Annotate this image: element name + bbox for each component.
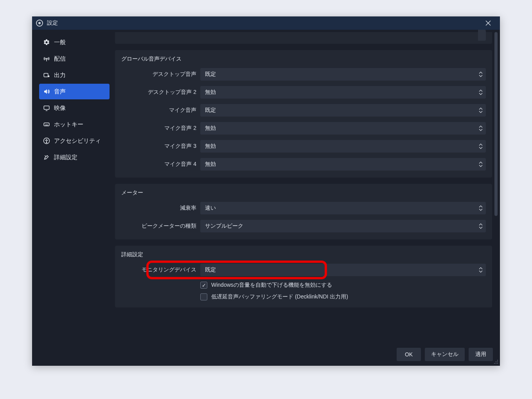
close-icon [485, 20, 491, 26]
dialog-footer: OK キャンセル 適用 [32, 342, 500, 366]
panel-title: 詳細設定 [121, 251, 486, 258]
svg-point-2 [48, 75, 50, 77]
output-icon [43, 72, 50, 79]
tools-icon [43, 154, 50, 161]
clipped-combobox[interactable] [478, 30, 486, 41]
app-icon [36, 20, 43, 27]
svg-point-10 [494, 363, 495, 364]
combobox-value: 無効 [205, 161, 216, 168]
combobox-desktop-audio[interactable]: 既定 [200, 68, 486, 81]
chevron-updown-icon [477, 221, 484, 231]
label-mic-audio-3: マイク音声 3 [121, 143, 196, 150]
sidebar-item-label: 配信 [54, 55, 66, 63]
chevron-updown-icon [477, 203, 484, 213]
combobox-value: サンプルピーク [205, 223, 243, 230]
combobox-monitoring-device[interactable]: 既定 [200, 264, 486, 276]
speaker-icon [43, 88, 50, 95]
sidebar: 一般 配信 出力 音声 映像 ホットキー [32, 30, 113, 342]
checkbox-label: 低遅延音声バッファリングモード (Decklink/NDI 出力用) [211, 293, 348, 300]
monitor-icon [43, 104, 50, 111]
sidebar-item-label: 一般 [54, 39, 66, 46]
svg-rect-4 [44, 123, 49, 126]
sidebar-item-label: 出力 [54, 72, 66, 79]
chevron-updown-icon [477, 160, 484, 169]
scrollbar[interactable] [494, 32, 498, 340]
sidebar-item-accessibility[interactable]: アクセシビリティ [39, 133, 110, 149]
keyboard-icon [43, 121, 50, 128]
svg-point-12 [497, 363, 498, 364]
combobox-mic-audio-4[interactable]: 無効 [200, 158, 486, 171]
gear-icon [43, 39, 50, 46]
cancel-button[interactable]: キャンセル [425, 348, 465, 361]
combobox-value: 無効 [205, 125, 216, 132]
panel-clipped-above [115, 32, 492, 44]
panel-global-audio: グローバル音声デバイス デスクトップ音声 既定 デスクトップ音声 2 無効 [115, 50, 492, 178]
sidebar-item-label: ホットキー [54, 121, 83, 128]
antenna-icon [43, 55, 50, 62]
combobox-value: 既定 [205, 266, 216, 273]
sidebar-item-advanced[interactable]: 詳細設定 [39, 149, 110, 165]
sidebar-item-video[interactable]: 映像 [39, 100, 110, 116]
titlebar: 設定 [32, 16, 500, 30]
sidebar-item-label: 音声 [54, 88, 66, 95]
sidebar-item-audio[interactable]: 音声 [39, 84, 110, 99]
chevron-updown-icon [477, 88, 484, 97]
close-button[interactable] [480, 16, 496, 30]
settings-window: 設定 一般 配信 出力 音声 映像 [32, 16, 500, 366]
svg-point-11 [496, 363, 496, 364]
chevron-updown-icon [477, 70, 484, 79]
chevron-updown-icon [477, 265, 484, 275]
sidebar-item-output[interactable]: 出力 [39, 67, 110, 83]
checkbox-label: Windowsの音量を自動で下げる機能を無効にする [211, 282, 332, 289]
combobox-mic-audio[interactable]: 既定 [200, 104, 486, 117]
label-mic-audio-4: マイク音声 4 [121, 161, 196, 168]
combobox-value: 既定 [205, 107, 216, 114]
svg-point-8 [496, 361, 496, 362]
checkbox-low-latency-buffering[interactable] [200, 293, 207, 300]
combobox-mic-audio-2[interactable]: 無効 [200, 122, 486, 135]
chevron-updown-icon [477, 124, 484, 133]
label-mic-audio: マイク音声 [121, 107, 196, 114]
combobox-peak-meter-type[interactable]: サンプルピーク [200, 220, 486, 232]
svg-point-7 [497, 360, 498, 361]
svg-point-6 [46, 139, 47, 140]
chevron-updown-icon [477, 142, 484, 151]
label-decay-rate: 減衰率 [121, 205, 196, 212]
settings-content: グローバル音声デバイス デスクトップ音声 既定 デスクトップ音声 2 無効 [113, 30, 494, 342]
panel-advanced: 詳細設定 モニタリングデバイス 既定 Windowsの音量を自動で下げる機能を無… [115, 246, 492, 307]
sidebar-item-stream[interactable]: 配信 [39, 51, 110, 66]
combobox-desktop-audio-2[interactable]: 無効 [200, 86, 486, 99]
combobox-value: 無効 [205, 89, 216, 96]
combobox-value: 既定 [205, 71, 216, 78]
sidebar-item-label: 映像 [54, 104, 66, 112]
scrollbar-thumb[interactable] [494, 32, 498, 216]
svg-point-9 [497, 361, 498, 362]
window-title: 設定 [47, 20, 58, 27]
panel-title: グローバル音声デバイス [121, 56, 486, 63]
panel-title: メーター [121, 189, 486, 196]
sidebar-item-label: アクセシビリティ [54, 137, 101, 145]
label-monitoring-device: モニタリングデバイス [121, 266, 196, 273]
ok-button[interactable]: OK [397, 348, 421, 361]
chevron-updown-icon [477, 106, 484, 115]
label-desktop-audio: デスクトップ音声 [121, 71, 196, 78]
sidebar-item-general[interactable]: 一般 [39, 34, 110, 50]
label-mic-audio-2: マイク音声 2 [121, 125, 196, 132]
combobox-mic-audio-3[interactable]: 無効 [200, 140, 486, 153]
apply-button[interactable]: 適用 [469, 348, 493, 361]
resize-grip-icon[interactable] [493, 359, 499, 365]
svg-rect-1 [44, 74, 48, 77]
combobox-value: 無効 [205, 143, 216, 150]
combobox-decay-rate[interactable]: 速い [200, 202, 486, 214]
svg-rect-3 [44, 106, 49, 110]
accessibility-icon [43, 137, 50, 144]
label-desktop-audio-2: デスクトップ音声 2 [121, 89, 196, 96]
combobox-value: 速い [205, 205, 216, 212]
checkbox-disable-windows-ducking[interactable] [200, 282, 207, 289]
panel-meter: メーター 減衰率 速い ピークメーターの種類 サンプルピーク [115, 184, 492, 239]
label-peak-meter-type: ピークメーターの種類 [121, 223, 196, 230]
sidebar-item-label: 詳細設定 [54, 154, 77, 161]
sidebar-item-hotkeys[interactable]: ホットキー [39, 117, 110, 132]
